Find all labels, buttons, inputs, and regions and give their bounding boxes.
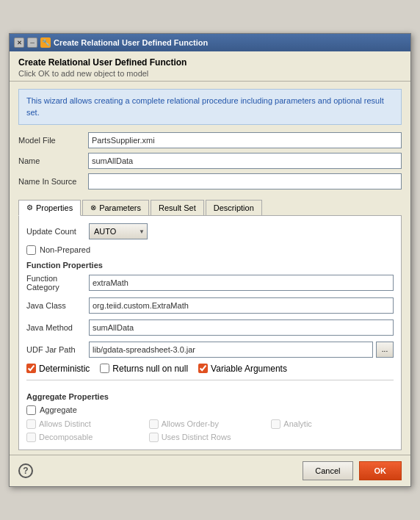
update-count-label: Update Count xyxy=(26,227,89,236)
tab-properties[interactable]: ⚙ Properties xyxy=(18,200,81,216)
java-class-row: Java Class xyxy=(26,297,394,314)
name-in-source-row: Name In Source xyxy=(18,173,402,189)
allows-order-by-item: Allows Order-by xyxy=(149,419,272,429)
non-prepared-label: Non-Prepared xyxy=(40,245,90,254)
decomposable-item: Decomposable xyxy=(26,433,149,442)
udf-jar-path-row: UDF Jar Path ... xyxy=(26,342,394,358)
name-label: Name xyxy=(18,156,88,165)
decomposable-label: Decomposable xyxy=(39,433,93,441)
non-prepared-row: Non-Prepared xyxy=(26,245,394,255)
main-window: ✕ ─ 🔧 Create Relational User Defined Fun… xyxy=(9,33,411,487)
header-section: Create Relational User Defined Function … xyxy=(10,51,410,81)
deterministic-checkbox[interactable] xyxy=(26,364,36,373)
header-divider xyxy=(10,81,410,82)
minimize-button[interactable]: ─ xyxy=(27,37,37,48)
aggregate-options-grid: Allows Distinct Allows Order-by Analytic… xyxy=(26,419,394,442)
udf-jar-path-label: UDF Jar Path xyxy=(26,345,89,354)
returns-null-checkbox[interactable] xyxy=(100,364,109,373)
allows-distinct-label: Allows Distinct xyxy=(39,419,91,428)
function-category-input[interactable] xyxy=(89,275,394,291)
analytic-item: Analytic xyxy=(271,419,394,429)
analytic-label: Analytic xyxy=(283,419,312,428)
window-title: Create Relational User Defined Function xyxy=(54,38,208,47)
non-prepared-checkbox[interactable] xyxy=(26,245,36,255)
variable-arguments-label: Variable Arguments xyxy=(211,364,287,374)
ok-button[interactable]: OK xyxy=(359,461,402,480)
footer-buttons: Cancel OK xyxy=(303,461,402,480)
checkboxes-inline-row: Deterministic Returns null on null Varia… xyxy=(26,364,394,374)
function-category-label: Function Category xyxy=(26,274,89,292)
properties-tab-icon: ⚙ xyxy=(26,203,33,212)
tab-parameters[interactable]: ⊗ Parameters xyxy=(82,200,149,215)
allows-distinct-item: Allows Distinct xyxy=(26,419,149,429)
variable-arguments-item: Variable Arguments xyxy=(198,364,287,374)
aggregate-section: Aggregate Properties Aggregate Allows Di… xyxy=(26,380,394,442)
java-class-label: Java Class xyxy=(26,301,89,310)
model-file-row: Model File xyxy=(18,132,402,148)
allows-order-by-checkbox[interactable] xyxy=(149,419,159,429)
tab-result-set[interactable]: Result Set xyxy=(151,200,204,215)
uses-distinct-rows-item: Uses Distinct Rows xyxy=(149,433,272,442)
decomposable-checkbox[interactable] xyxy=(26,433,36,442)
titlebar: ✕ ─ 🔧 Create Relational User Defined Fun… xyxy=(10,34,410,51)
tabs-bar: ⚙ Properties ⊗ Parameters Result Set Des… xyxy=(18,200,402,216)
parameters-tab-icon: ⊗ xyxy=(90,203,96,212)
allows-order-by-label: Allows Order-by xyxy=(162,419,219,428)
function-properties-title: Function Properties xyxy=(26,261,394,270)
name-in-source-label: Name In Source xyxy=(18,177,88,186)
aggregate-row: Aggregate xyxy=(26,405,394,415)
tab-description-label: Description xyxy=(214,203,254,212)
close-button[interactable]: ✕ xyxy=(14,37,24,48)
model-file-input[interactable] xyxy=(88,132,402,148)
returns-null-item: Returns null on null xyxy=(100,364,188,374)
uses-distinct-rows-checkbox[interactable] xyxy=(149,433,159,442)
aggregate-properties-title: Aggregate Properties xyxy=(26,392,394,401)
tab-description[interactable]: Description xyxy=(206,200,262,215)
udf-jar-path-input[interactable] xyxy=(89,342,373,358)
dialog-title: Create Relational User Defined Function xyxy=(18,57,402,68)
aggregate-checkbox[interactable] xyxy=(26,405,36,415)
tab-properties-label: Properties xyxy=(36,203,73,212)
aggregate-label: Aggregate xyxy=(40,405,77,414)
function-category-row: Function Category xyxy=(26,274,394,292)
name-in-source-input[interactable] xyxy=(88,173,402,189)
java-class-input[interactable] xyxy=(89,297,394,314)
info-banner: This wizard allows creating a complete r… xyxy=(18,89,402,125)
udf-browse-button[interactable]: ... xyxy=(376,342,394,358)
deterministic-label: Deterministic xyxy=(39,364,90,374)
titlebar-left: ✕ ─ 🔧 Create Relational User Defined Fun… xyxy=(14,37,208,48)
update-count-select[interactable]: AUTO ZERO ONE xyxy=(89,223,148,239)
cancel-button[interactable]: Cancel xyxy=(303,461,352,480)
deterministic-item: Deterministic xyxy=(26,364,90,374)
update-count-select-wrap: AUTO ZERO ONE ▼ xyxy=(89,223,148,239)
tab-parameters-label: Parameters xyxy=(99,203,141,212)
dialog-subtitle: Click OK to add new object to model xyxy=(18,69,402,78)
name-row: Name xyxy=(18,153,402,169)
form-section: Model File Name Name In Source xyxy=(10,132,410,194)
java-method-input[interactable] xyxy=(89,319,394,336)
tab-content-properties: Update Count AUTO ZERO ONE ▼ Non-Prepare… xyxy=(18,216,402,450)
update-count-row: Update Count AUTO ZERO ONE ▼ xyxy=(26,223,394,239)
model-file-label: Model File xyxy=(18,136,88,145)
tab-result-set-label: Result Set xyxy=(159,203,196,212)
java-method-row: Java Method xyxy=(26,319,394,336)
footer: ? Cancel OK xyxy=(10,455,410,486)
udf-jar-input-group: ... xyxy=(89,342,394,358)
name-input[interactable] xyxy=(88,153,402,169)
help-button[interactable]: ? xyxy=(18,463,33,478)
java-method-label: Java Method xyxy=(26,323,89,332)
window-icon: 🔧 xyxy=(40,37,51,48)
analytic-checkbox[interactable] xyxy=(271,419,280,429)
returns-null-label: Returns null on null xyxy=(112,364,188,374)
variable-arguments-checkbox[interactable] xyxy=(198,364,208,373)
uses-distinct-rows-label: Uses Distinct Rows xyxy=(162,433,231,441)
allows-distinct-checkbox[interactable] xyxy=(26,419,36,429)
